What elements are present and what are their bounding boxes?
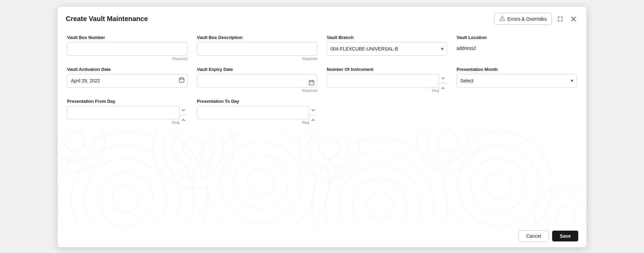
svg-point-25 bbox=[163, 131, 224, 179]
svg-point-35 bbox=[58, 131, 105, 172]
presentation-from-day-wrapper: Required bbox=[67, 106, 187, 124]
vault-expiry-date-required: Required bbox=[197, 89, 317, 93]
vault-location-value: address2 bbox=[457, 42, 577, 53]
presentation-to-day-up-button[interactable] bbox=[309, 115, 317, 124]
presentation-from-day-label: Presentation From Day bbox=[67, 99, 187, 104]
svg-point-11 bbox=[220, 141, 302, 223]
presentation-to-day-label: Presentation To Day bbox=[197, 99, 317, 104]
number-of-instrument-up-button[interactable] bbox=[439, 83, 447, 93]
svg-point-5 bbox=[85, 158, 166, 226]
svg-point-9 bbox=[247, 169, 275, 196]
empty-cell-1 bbox=[327, 99, 447, 124]
presentation-month-label: Presentation Month bbox=[457, 67, 577, 72]
svg-point-23 bbox=[183, 138, 203, 158]
modal-footer: Cancel Save bbox=[58, 226, 586, 247]
presentation-to-day-required: Required bbox=[197, 120, 317, 124]
vault-branch-select[interactable]: 004-FLEXCUBE-UNIVERSAL-B bbox=[327, 42, 447, 56]
expand-button[interactable] bbox=[555, 15, 565, 23]
vault-box-description-wrapper: Required bbox=[197, 42, 317, 61]
presentation-from-day-up-button[interactable] bbox=[179, 115, 187, 124]
vault-expiry-date-label: Vault Expiry Date bbox=[197, 67, 317, 72]
modal-header: Create Vault Maintenance Errors & Overri… bbox=[58, 7, 586, 28]
vault-expiry-date-wrapper: Required bbox=[197, 74, 317, 93]
svg-point-18 bbox=[312, 138, 447, 226]
presentation-month-select[interactable]: Select January February March April May … bbox=[457, 74, 577, 87]
vault-box-description-input[interactable] bbox=[197, 42, 317, 56]
svg-point-20 bbox=[471, 158, 525, 213]
modal-body: Vault Box Number Required Vault Box Desc… bbox=[58, 28, 586, 128]
svg-point-21 bbox=[458, 145, 539, 226]
presentation-from-day-required: Required bbox=[67, 120, 187, 124]
svg-point-36 bbox=[556, 206, 576, 226]
svg-point-38 bbox=[536, 186, 586, 226]
warning-icon bbox=[499, 15, 505, 22]
number-of-instrument-input[interactable] bbox=[327, 74, 447, 87]
svg-point-31 bbox=[427, 131, 468, 162]
vault-branch-group: Vault Branch 004-FLEXCUBE-UNIVERSAL-B ▾ bbox=[327, 35, 447, 61]
svg-point-16 bbox=[339, 165, 420, 226]
presentation-to-day-down-button[interactable] bbox=[309, 106, 317, 115]
svg-point-29 bbox=[298, 131, 359, 179]
vault-box-description-label: Vault Box Description bbox=[197, 35, 317, 40]
svg-point-8 bbox=[58, 131, 207, 226]
cancel-button[interactable]: Cancel bbox=[519, 230, 549, 242]
errors-overrides-label: Errors & Overrides bbox=[507, 16, 547, 22]
close-button[interactable] bbox=[569, 15, 578, 23]
svg-point-10 bbox=[234, 155, 288, 209]
svg-point-3 bbox=[112, 186, 139, 213]
presentation-from-day-input[interactable] bbox=[67, 106, 187, 119]
svg-point-12 bbox=[207, 131, 315, 226]
vault-activation-date-wrapper bbox=[67, 74, 187, 87]
vault-activation-date-group: Vault Activation Date bbox=[67, 67, 187, 93]
presentation-to-day-spinners bbox=[309, 106, 317, 124]
vault-box-number-required: Required bbox=[67, 57, 187, 61]
vault-activation-date-label: Vault Activation Date bbox=[67, 67, 187, 72]
svg-point-19 bbox=[485, 172, 512, 199]
number-of-instrument-spinners bbox=[439, 74, 447, 93]
vault-expiry-date-group: Vault Expiry Date Required bbox=[197, 67, 317, 93]
number-of-instrument-down-button[interactable] bbox=[439, 74, 447, 83]
number-of-instrument-label: Number Of Instrument bbox=[327, 67, 447, 72]
vault-box-number-group: Vault Box Number Required bbox=[67, 35, 187, 61]
create-vault-maintenance-modal: Create Vault Maintenance Errors & Overri… bbox=[58, 7, 586, 247]
presentation-from-day-group: Presentation From Day Required bbox=[67, 99, 187, 124]
vault-box-number-wrapper: Required bbox=[67, 42, 187, 61]
svg-point-22 bbox=[444, 131, 552, 226]
number-of-instrument-required: Required bbox=[327, 89, 447, 93]
presentation-from-day-down-button[interactable] bbox=[179, 106, 187, 115]
number-of-instrument-wrapper: Required bbox=[327, 74, 447, 93]
vault-box-number-input[interactable] bbox=[67, 42, 187, 56]
svg-point-37 bbox=[546, 196, 586, 226]
vault-expiry-date-input[interactable] bbox=[197, 74, 317, 87]
presentation-month-group: Presentation Month Select January Februa… bbox=[457, 67, 577, 93]
svg-point-30 bbox=[437, 131, 458, 152]
modal-title: Create Vault Maintenance bbox=[66, 15, 148, 23]
vault-box-description-required: Required bbox=[197, 57, 317, 61]
svg-point-27 bbox=[319, 138, 339, 158]
save-button[interactable]: Save bbox=[552, 231, 578, 241]
svg-point-15 bbox=[353, 179, 407, 226]
number-of-instrument-group: Number Of Instrument Required bbox=[327, 67, 447, 93]
errors-overrides-button[interactable]: Errors & Overrides bbox=[494, 13, 552, 25]
presentation-to-day-wrapper: Required bbox=[197, 106, 317, 124]
vault-activation-date-input[interactable] bbox=[67, 74, 187, 87]
svg-point-14 bbox=[366, 192, 393, 219]
presentation-month-select-wrapper: Select January February March April May … bbox=[457, 74, 577, 87]
svg-point-24 bbox=[173, 131, 214, 169]
presentation-to-day-group: Presentation To Day Required bbox=[197, 99, 317, 124]
vault-branch-label: Vault Branch bbox=[327, 35, 447, 40]
empty-cell-2 bbox=[457, 99, 577, 124]
background-pattern bbox=[58, 131, 586, 226]
vault-branch-select-wrapper: 004-FLEXCUBE-UNIVERSAL-B ▾ bbox=[327, 42, 447, 56]
vault-box-description-group: Vault Box Description Required bbox=[197, 35, 317, 61]
vault-location-label: Vault Location bbox=[457, 35, 577, 40]
presentation-to-day-input[interactable] bbox=[197, 106, 317, 119]
presentation-from-day-spinners bbox=[179, 106, 187, 124]
header-actions: Errors & Overrides bbox=[494, 13, 578, 25]
svg-point-17 bbox=[325, 152, 434, 226]
vault-location-group: Vault Location address2 bbox=[457, 35, 577, 61]
svg-point-4 bbox=[98, 172, 153, 226]
vault-location-wrapper: address2 bbox=[457, 42, 577, 53]
vault-box-number-label: Vault Box Number bbox=[67, 35, 187, 40]
form-grid: Vault Box Number Required Vault Box Desc… bbox=[67, 35, 577, 124]
